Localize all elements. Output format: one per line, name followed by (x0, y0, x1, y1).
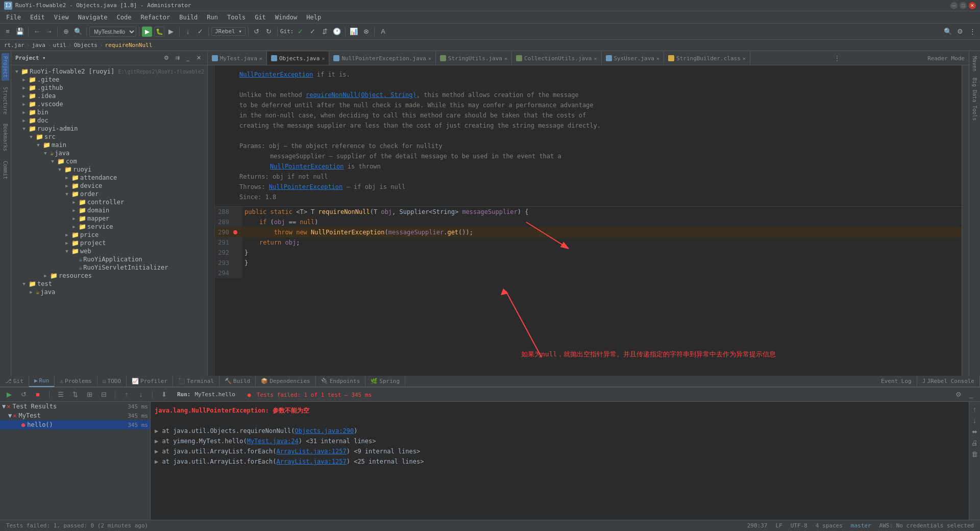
toolbar-coverage-report[interactable]: 📊 (348, 26, 359, 37)
tree-test-java[interactable]: ▶☕java (11, 288, 207, 296)
menu-item-edit[interactable]: Edit (26, 13, 49, 22)
stack-link-4[interactable]: ArrayList.java:1257 (276, 458, 346, 465)
tree-ruoyi-admin[interactable]: ▼📁ruoyi-admin (11, 125, 207, 133)
stack-link-1[interactable]: Objects.java:290 (295, 427, 354, 435)
project-side-tab[interactable]: Project (2, 53, 9, 81)
toolbar-extra-1[interactable]: ↺ (251, 26, 262, 37)
run-wrap-btn[interactable]: ⬌ (970, 426, 980, 437)
btab-profiler[interactable]: 📈 Profiler (127, 376, 173, 387)
tab-collectionutils[interactable]: CollectionUtils.java ✕ (512, 52, 601, 65)
maven-side-tab[interactable]: Maven (971, 53, 978, 75)
tree-domain[interactable]: ▶📁domain (11, 206, 207, 214)
structure-side-tab[interactable]: Structure (2, 84, 9, 117)
reader-mode-btn[interactable]: Reader Mode (923, 52, 969, 65)
toolbar-bookmark-btn[interactable]: ⊕ (60, 26, 71, 37)
tree-web[interactable]: ▼📁web (11, 247, 207, 255)
tree-vscode[interactable]: ▶📁.vscode (11, 100, 207, 108)
btab-eventlog[interactable]: Event Log (876, 376, 917, 387)
run-print-btn[interactable]: 🖨 (970, 438, 980, 448)
run-config-select[interactable]: MyTest.hello (89, 27, 136, 37)
output-fold-1[interactable]: ▶ (155, 427, 158, 435)
bookmarks-side-tab[interactable]: Bookmarks (2, 120, 9, 154)
status-lf[interactable]: LF (773, 522, 784, 529)
run-btn[interactable]: ▶ (142, 27, 152, 37)
test-item-hello[interactable]: ● hello() 345 ms (0, 420, 150, 429)
tab-npe-close[interactable]: ✕ (428, 56, 431, 61)
tree-price[interactable]: ▶📁price (11, 231, 207, 239)
stack-link-3[interactable]: ArrayList.java:1257 (276, 448, 346, 455)
btab-build[interactable]: 🔨 Build (219, 376, 256, 387)
menu-item-code[interactable]: Code (113, 13, 136, 22)
run-filter-btn[interactable]: ☰ (56, 390, 66, 400)
tab-mytest[interactable]: MyTest.java ✕ (208, 52, 267, 65)
tab-overflow[interactable]: ⋮ (831, 52, 843, 65)
output-fold-3[interactable]: ▶ (155, 448, 158, 455)
run-expand-btn[interactable]: ⊞ (84, 390, 94, 400)
git-update-btn[interactable]: ↓ (182, 26, 193, 37)
run-settings-btn[interactable]: ⚙ (953, 390, 964, 400)
run-play-btn[interactable]: ▶ (4, 390, 14, 400)
tree-github[interactable]: ▶📁.github (11, 84, 207, 92)
test-item-results[interactable]: ▼ ✕ Test Results 345 ms (0, 402, 150, 411)
run-stop-btn[interactable]: ■ (33, 390, 43, 400)
tree-attendance[interactable]: ▶📁attendance (11, 174, 207, 182)
bc-item-rtjar[interactable]: rt.jar (4, 42, 24, 49)
run-collapse-btn[interactable]: ⊟ (99, 390, 109, 400)
tree-mapper[interactable]: ▶📁mapper (11, 214, 207, 223)
run-scroll-top[interactable]: ↑ (970, 404, 980, 414)
test-item-mytest[interactable]: ▼ ✕ MyTest 345 ms (0, 411, 150, 420)
menu-item-git[interactable]: Git (251, 13, 270, 22)
tab-sysuser[interactable]: SysUser.java ✕ (602, 52, 665, 65)
git-checkmark[interactable]: ✓ (295, 26, 306, 37)
toolbar-save-btn[interactable]: 💾 (14, 26, 26, 37)
btab-terminal[interactable]: ⬛ Terminal (173, 376, 219, 387)
tree-main[interactable]: ▼📁main (11, 141, 207, 149)
menu-item-tools[interactable]: Tools (223, 13, 250, 22)
btab-endpoints[interactable]: 🔌 Endpoints (316, 376, 366, 387)
run-rerun-btn[interactable]: ↺ (18, 390, 29, 400)
btab-jrebel[interactable]: J JRebel Console (917, 376, 980, 387)
git-push[interactable]: ✓ (307, 26, 318, 37)
tab-mytest-close[interactable]: ✕ (259, 56, 262, 61)
toolbar-translate[interactable]: A (377, 26, 388, 37)
tree-device[interactable]: ▶📁device (11, 182, 207, 190)
test-output[interactable]: java.lang.NullPointerException: 参数不能为空 ▶… (151, 402, 969, 520)
run-export-btn[interactable]: ⬇ (159, 390, 169, 400)
menu-item-window[interactable]: Window (271, 13, 301, 22)
tree-root[interactable]: ▼ 📁 RuoYi-flowable2 [ruoyi] E:\gitRepos2… (11, 67, 207, 76)
toolbar-more[interactable]: ⋮ (967, 26, 978, 37)
tab-stringbuilder-close[interactable]: ✕ (743, 56, 746, 61)
toolbar-search-btn[interactable]: 🔍 (72, 26, 84, 37)
status-credentials[interactable]: AWS: No credentials selected (877, 522, 976, 529)
run-minimize-btn[interactable]: _ (966, 390, 976, 400)
maximize-btn[interactable]: □ (960, 2, 967, 9)
project-hide-btn[interactable]: _ (183, 54, 192, 63)
tree-doc[interactable]: ▶📁doc (11, 116, 207, 125)
git-commit-btn[interactable]: ✓ (194, 26, 206, 37)
btab-problems[interactable]: ⚠ Problems (55, 376, 97, 387)
toolbar-settings[interactable]: ⚙ (954, 26, 966, 37)
btab-todo[interactable]: ☑ TODO (97, 376, 127, 387)
tree-src[interactable]: ▼📁src (11, 133, 207, 141)
toolbar-extra-2[interactable]: ↻ (263, 26, 275, 37)
run-trash-btn[interactable]: 🗑 (970, 449, 980, 459)
tab-objects[interactable]: Objects.java ✕ (267, 52, 330, 65)
bc-item-java[interactable]: java (32, 42, 45, 49)
editor-body[interactable]: NullPointerException if it is. Unlike th… (215, 65, 962, 376)
menu-item-refactor[interactable]: Refactor (136, 13, 174, 22)
menu-item-navigate[interactable]: Navigate (74, 13, 112, 22)
commit-side-tab[interactable]: Commit (2, 158, 9, 182)
tab-stringutils-close[interactable]: ✕ (504, 56, 507, 61)
jrebel-label[interactable]: JRebel ▾ (211, 27, 246, 36)
tree-idea[interactable]: ▶📁.idea (11, 92, 207, 100)
menu-item-view[interactable]: View (50, 13, 73, 22)
status-indent[interactable]: 4 spaces (814, 522, 845, 529)
status-branch[interactable]: master (849, 522, 873, 529)
git-branches[interactable]: ⇵ (319, 26, 330, 37)
stack-link-2[interactable]: MyTest.java:24 (247, 438, 299, 445)
tree-ruoyiapp[interactable]: ▶☕RuoYiApplication (11, 255, 207, 263)
toolbar-fwd-btn[interactable]: → (43, 26, 55, 37)
run-sort-btn[interactable]: ⇅ (70, 390, 80, 400)
toolbar-search-all[interactable]: 🔍 (942, 26, 953, 37)
bc-item-method[interactable]: requireNonNull (105, 42, 153, 49)
